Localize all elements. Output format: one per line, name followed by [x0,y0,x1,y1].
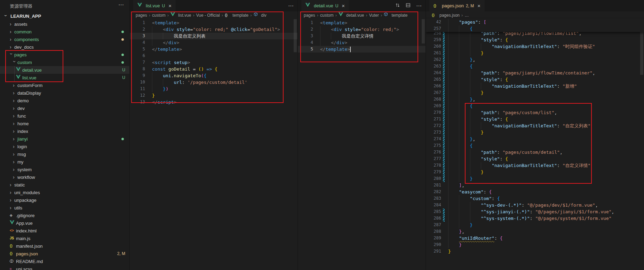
scrollbar-slider[interactable] [422,19,425,43]
code-line-1[interactable]: 1<template> [298,19,426,26]
tree-item-uni-modules[interactable]: ›uni_modules [0,189,129,196]
code-line-4[interactable]: 4</div> [298,39,426,46]
tree-item-demo[interactable]: ›demo [0,97,129,104]
code-line-262[interactable]: 262}, [426,56,644,63]
code-line-271[interactable]: 271"style": { [426,116,644,122]
code-line-11[interactable]: 11}) [130,86,297,92]
breadcrumb-segment[interactable]: {}template [225,13,248,18]
more-actions-icon[interactable]: ⋯ [416,2,422,9]
more-actions-icon[interactable]: ⋯ [288,2,294,9]
tree-item-my[interactable]: ›my [0,158,129,166]
tree-item-jianyi[interactable]: ›jianyi [0,135,129,143]
code-line-280[interactable]: 280} [426,175,644,182]
code-line-286[interactable]: 286"^sys-system-(.*)": "@/pages/system/$… [426,215,644,222]
code-line-259[interactable]: 259"style": { [426,37,644,43]
code-line-3[interactable]: 3我是自定义详情 [298,33,426,39]
code-line-263[interactable]: 263{ [426,63,644,70]
code-line-289[interactable]: 289"uniIdRouter": { [426,235,644,241]
close-icon[interactable]: × [342,3,345,9]
tree-item-dev[interactable]: ›dev [0,104,129,112]
tree-item-assets[interactable]: ›assets [0,20,129,28]
code-area[interactable]: 258"path": "pages/jianyi/flowTime/list",… [426,19,644,270]
tree-item-customform[interactable]: ›customForm [0,81,129,89]
tab-list-vue[interactable]: list.vueU× [133,0,176,11]
code-line-275[interactable]: 275{ [426,142,644,149]
code-line-42[interactable]: 42"pages": [ [426,19,644,25]
code-line-5[interactable]: 5</template> [130,46,297,53]
tree-item-index[interactable]: ›index [0,127,129,135]
code-line-260[interactable]: 260"navigationBarTitleText": "时间组件验证" [426,43,644,50]
tree-item-func[interactable]: ›func [0,112,129,120]
tree-item-components[interactable]: ›components [0,35,129,43]
code-line-276[interactable]: 276"path": "pages/custom/detail", [426,149,644,156]
close-icon[interactable]: × [477,3,480,9]
code-line-264[interactable]: 264"path": "pages/jianyi/flowTime/contai… [426,70,644,76]
breadcrumb-segment[interactable]: custom [152,13,166,18]
code-line-281[interactable]: 281], [426,182,644,189]
code-area[interactable]: 1<template>2<div style="color: red;">3我是… [298,19,426,270]
code-line-7[interactable]: 7<script setup> [130,59,297,66]
code-line-10[interactable]: 10url: '/pages/custom/detail' [130,79,297,86]
tree-item-common[interactable]: ›common [0,28,129,35]
tree-item-app-vue[interactable]: App.vue [0,219,129,227]
breadcrumb-segment[interactable]: template [384,13,407,18]
breadcrumb-segment[interactable]: list.vue [170,13,191,18]
tree-item-pages[interactable]: ›pages [0,51,129,58]
tree-item-dev-docs[interactable]: ›dev_docs [0,43,129,51]
code-line-287[interactable]: 287} [426,222,644,228]
code-line-282[interactable]: 282"easycom": { [426,189,644,195]
code-line-277[interactable]: 277"style": { [426,156,644,162]
tree-item-utils[interactable]: ›utils [0,204,129,212]
code-area[interactable]: 1<template>2<div style="color: red;" @cl… [130,19,297,270]
code-line-266[interactable]: 266"navigationBarTitleText": "新增" [426,83,644,89]
code-line-261[interactable]: 261} [426,50,644,56]
tree-item-custom[interactable]: ›custom [0,58,129,66]
code-line-273[interactable]: 273} [426,129,644,136]
code-line-2[interactable]: 2<div style="color: red;"> [298,26,426,33]
tree-item-system[interactable]: ›system [0,166,129,173]
code-line-5[interactable]: 5</template> [298,46,426,53]
tree-item-detail-vue[interactable]: detail.vueU [0,66,129,74]
split-editor-icon[interactable] [406,3,411,9]
tree-item-uni-scss[interactable]: ≈uni.scss [0,265,129,270]
close-icon[interactable]: × [168,3,172,9]
code-line-3[interactable]: 3我是自定义列表 [130,33,297,39]
tab-pages-json[interactable]: {}pages.json2, M× [429,0,485,11]
code-line-272[interactable]: 272"navigationBarTitleText": "自定义列表" [426,122,644,129]
code-line-2[interactable]: 2<div style="color: red;" @click="goDeta… [130,26,297,33]
code-line-267[interactable]: 267} [426,89,644,96]
tree-item-home[interactable]: ›home [0,120,129,127]
tree-item-index-html[interactable]: <>index.html [0,227,129,235]
tree-item-workflow[interactable]: ›workflow [0,173,129,181]
breadcrumb-segment[interactable]: detail.vue [339,13,364,18]
code-line-284[interactable]: 284"^sys-dev-(.*)": "@/pages/dev/$1/form… [426,202,644,208]
code-line-265[interactable]: 265"style": { [426,76,644,83]
code-line-283[interactable]: 283"custom": { [426,195,644,202]
code-line-291[interactable]: 291} [426,248,644,255]
code-line-8[interactable]: 8const goDetail = () => { [130,66,297,72]
code-line-257[interactable]: 257{ [426,25,644,32]
tree-item-readme-md[interactable]: ⓘREADME.md [0,257,129,265]
code-line-269[interactable]: 269{ [426,103,644,109]
tree-item-manifest-json[interactable]: {}manifest.json [0,242,129,250]
group1-group2-divider[interactable] [297,0,298,270]
breadcrumb-segment[interactable]: … [464,13,469,18]
code-line-285[interactable]: 285"^sys-jianyi-(.*)": "@/pages/jianyi/$… [426,208,644,215]
tree-item-datadisplay[interactable]: ›dataDisplay [0,89,129,97]
code-line-288[interactable]: 288}, [426,228,644,235]
tree-item-msg[interactable]: ›msg [0,150,129,158]
tree-item-unpackage[interactable]: ›unpackage [0,196,129,204]
sidebar-editor-divider[interactable] [129,0,130,270]
tree-item-static[interactable]: ›static [0,181,129,189]
tree-item-main-js[interactable]: JSmain.js [0,235,129,242]
breadcrumb-segment[interactable]: {}pages.json [432,13,460,18]
code-line-290[interactable]: 290} [426,241,644,248]
compare-changes-icon[interactable] [395,3,400,9]
breadcrumb-segment[interactable]: custom [320,13,334,18]
breadcrumb-segment[interactable]: pages [304,13,315,18]
breadcrumb-segment[interactable]: div [254,13,267,18]
code-line-9[interactable]: 9uni.navigateTo({ [130,72,297,79]
group2-group3-divider[interactable] [426,0,426,270]
code-line-268[interactable]: 268}, [426,96,644,103]
code-line-279[interactable]: 279} [426,169,644,175]
